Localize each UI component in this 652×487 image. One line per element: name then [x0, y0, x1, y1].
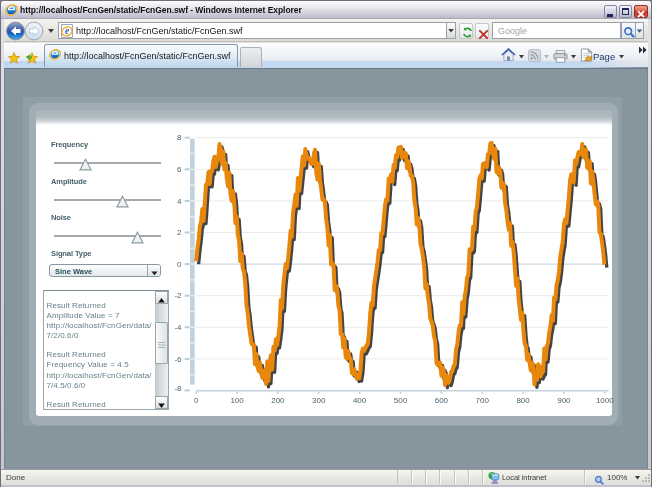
svg-text:900: 900	[557, 396, 571, 405]
svg-text:6: 6	[177, 165, 182, 174]
svg-text:0: 0	[177, 260, 182, 269]
svg-text:2: 2	[177, 228, 182, 237]
svg-text:8: 8	[177, 133, 182, 142]
svg-text:700: 700	[476, 396, 490, 405]
svg-text:200: 200	[271, 396, 285, 405]
svg-text:300: 300	[312, 396, 326, 405]
svg-text:-2: -2	[174, 291, 182, 300]
svg-text:500: 500	[394, 396, 408, 405]
svg-text:-4: -4	[174, 323, 182, 332]
svg-text:600: 600	[435, 396, 449, 405]
svg-text:-8: -8	[174, 384, 182, 393]
svg-text:400: 400	[353, 396, 367, 405]
svg-text:100: 100	[230, 396, 244, 405]
svg-text:4: 4	[177, 197, 182, 206]
svg-text:0: 0	[194, 396, 199, 405]
svg-text:1000: 1000	[596, 396, 614, 405]
svg-text:-6: -6	[174, 355, 182, 364]
svg-text:800: 800	[516, 396, 530, 405]
